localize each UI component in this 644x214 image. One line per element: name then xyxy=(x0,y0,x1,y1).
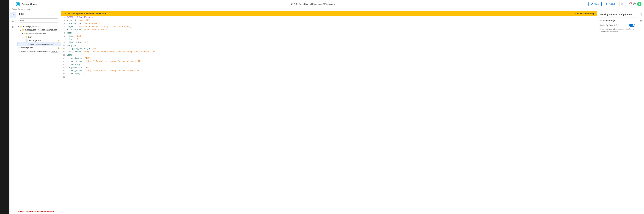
file-tree: ▾ 📁 exchange_modules ▾ 📁 f8b829d6-c785-4… xyxy=(17,24,61,208)
more-options-button[interactable]: ⋮ xyxy=(58,50,61,53)
main-content: Files + ▾ 📁 exchange_modules ▾ 📁 f8b829d… xyxy=(10,11,644,214)
read-only-banner: You are viewing order-instance-example.r… xyxy=(61,11,597,16)
local-settings-title[interactable]: ▾ Local Settings xyxy=(600,19,635,22)
branch-icon xyxy=(291,3,293,5)
svg-point-8 xyxy=(622,4,622,5)
select-by-default-label: Select By Default ? xyxy=(600,24,618,27)
code-line-10: 10 shipping: xyxy=(61,44,597,47)
config-panel: Mocking Service Configuration ▾ Local Se… xyxy=(597,11,638,214)
svg-point-14 xyxy=(13,21,14,22)
toggle-slider xyxy=(629,24,635,27)
code-line-15: 15 rel_product: "http://alc.mulesoft.com… xyxy=(61,60,597,63)
tree-item-order-instance-raml[interactable]: 📄 order-instance-example.raml ⋮ xyxy=(17,42,61,46)
root-file-badge: Root file xyxy=(51,50,58,53)
sidebar-files-icon[interactable] xyxy=(10,12,16,18)
folder-icon: 📁 xyxy=(24,33,26,35)
settings-button[interactable]: ▾ xyxy=(619,2,626,6)
notification-badge: ! xyxy=(630,2,632,4)
code-line-16: 16 quantity: 1 xyxy=(61,63,597,66)
file-panel: Files + ▾ 📁 exchange_modules ▾ 📁 f8b829d… xyxy=(17,11,61,214)
share-button[interactable]: Share xyxy=(588,2,602,6)
filter-input-wrap xyxy=(17,17,61,24)
config-panel-header: Mocking Service Configuration xyxy=(597,11,638,18)
config-panel-title: Mocking Service Configuration xyxy=(600,13,632,16)
top-bar: ☰ Design Center NB - Omni Channel Experi… xyxy=(10,0,644,8)
tree-item-hash-folder[interactable]: ▾ 📁 f8b829d6-c785-4711-a073-e9398735a193 xyxy=(17,28,61,32)
code-line-19: 19 quantity: 2 xyxy=(61,73,597,76)
sidebar-deps-icon[interactable] xyxy=(10,19,16,24)
code-editor[interactable]: 1 #%RAML 1.0 NamedExample 2 order_id: "o… xyxy=(61,16,597,214)
section-label: Local Settings xyxy=(602,19,616,22)
file-icon: 📄 xyxy=(18,47,20,49)
file-icon: 📄 xyxy=(26,39,28,42)
settings-gear-icon[interactable] xyxy=(638,19,644,24)
viewing-prefix: You are viewing xyxy=(64,12,78,15)
sidebar-git-icon[interactable] xyxy=(10,25,16,31)
code-line-7: 7 price: 12.0 xyxy=(61,35,597,38)
annotation-text: Select "order-instance-example.raml xyxy=(17,208,61,214)
publish-label: Publish xyxy=(609,3,616,5)
user-avatar[interactable]: NB xyxy=(637,2,642,6)
svg-point-2 xyxy=(18,4,18,5)
history-icon[interactable] xyxy=(633,2,636,6)
code-line-6: 6 cost: xyxy=(61,32,597,35)
filter-input[interactable] xyxy=(18,19,59,23)
viewing-filename: order-instance-example.raml xyxy=(78,12,106,15)
publish-button[interactable]: Publish xyxy=(603,2,618,6)
top-bar-left: ☰ Design Center xyxy=(12,2,38,6)
code-line-11: 11 shipping_address_id: "1122" xyxy=(61,47,597,51)
tree-item-order-instance-example-folder[interactable]: ▾ 📁 order-instance-example xyxy=(17,32,61,35)
config-description: Mocking Service will be selected by defa… xyxy=(600,28,635,33)
top-bar-right: Share Publish ▾ xyxy=(588,2,642,6)
far-right-bar xyxy=(638,11,644,214)
folder-icon: 📁 xyxy=(20,26,22,28)
top-bar-center: NB - Omni Channel Experience API/master … xyxy=(38,2,588,6)
help-icon[interactable]: ? xyxy=(616,24,618,26)
app-title: Design Center xyxy=(22,3,38,5)
chevron-icon: ▾ xyxy=(20,29,21,31)
file-icon: 📄 xyxy=(18,50,20,52)
more-options-button[interactable]: ⋮ xyxy=(56,43,60,45)
svg-rect-13 xyxy=(12,14,14,16)
tree-label: f8b829d6-c785-4711-a073-e9398735a193 xyxy=(24,29,57,31)
tree-item-exchange-modules[interactable]: ▾ 📁 exchange_modules xyxy=(17,25,61,28)
file-panel-header: Files + xyxy=(17,11,61,17)
svg-point-21 xyxy=(12,28,13,29)
code-line-3: 3 tracking_code: "12310391209318" xyxy=(61,22,597,25)
chevron-icon: ▾ xyxy=(24,36,25,38)
code-line-18: 18 rel_product: "http://alc.mulesoft.com… xyxy=(61,69,597,73)
tree-item-nb-omni-raml[interactable]: 📄 nb-omni-channel-experience-api.raml Ro… xyxy=(17,49,61,53)
code-line-13: 13 items: xyxy=(61,54,597,57)
tree-label: order-instance-example xyxy=(26,33,46,35)
saved-status: Saved 3 minutes ago xyxy=(10,8,644,11)
top-icons: ! NB xyxy=(629,2,642,6)
code-line-1: 1 #%RAML 1.0 NamedExample xyxy=(61,16,597,19)
file-icon: 📄 xyxy=(26,43,29,45)
share-label: Share xyxy=(594,3,599,5)
code-line-14: 14 - product_id: "121" xyxy=(61,57,597,60)
code-line-12: 12 rel_address: "http://alc.mulesoft.com… xyxy=(61,51,597,54)
add-file-button[interactable]: + xyxy=(57,13,58,16)
code-line-20: 20 xyxy=(61,76,597,79)
tree-item-exchange-json-nested[interactable]: 📄 exchange.json 🔒 xyxy=(17,39,61,42)
tree-label: order-instance-example.raml xyxy=(30,43,54,45)
config-section-local-settings: ▾ Local Settings Select By Default ? Moc… xyxy=(597,18,638,35)
panel-toggle-icon[interactable] xyxy=(638,12,644,17)
tree-label: exchange.json xyxy=(21,47,33,49)
tree-item-exchange-json-top[interactable]: 📄 exchange.json 🔒 xyxy=(17,46,61,49)
lock-icon: 🔒 xyxy=(58,47,60,49)
branch-selector[interactable]: NB - Omni Channel Experience API/master … xyxy=(290,2,336,6)
code-line-9: 9 final_price: 13.0 xyxy=(61,41,597,44)
hamburger-icon[interactable]: ☰ xyxy=(12,3,14,6)
tree-item-version-folder[interactable]: ▾ 📁 1.0.0 xyxy=(17,35,61,39)
branch-name: NB - Omni Channel Experience API/master xyxy=(294,3,333,5)
app-logo xyxy=(16,2,20,6)
branch-dropdown-icon[interactable]: ▾ xyxy=(334,3,335,5)
tree-label: exchange.json xyxy=(29,39,41,42)
label-text: Select By Default xyxy=(600,24,615,27)
folder-icon: 📁 xyxy=(22,29,24,31)
left-black-bar xyxy=(0,0,10,214)
notifications-icon[interactable]: ! xyxy=(629,2,632,6)
select-by-default-toggle[interactable] xyxy=(629,24,635,27)
viewing-text: You are viewing order-instance-example.r… xyxy=(64,12,106,15)
